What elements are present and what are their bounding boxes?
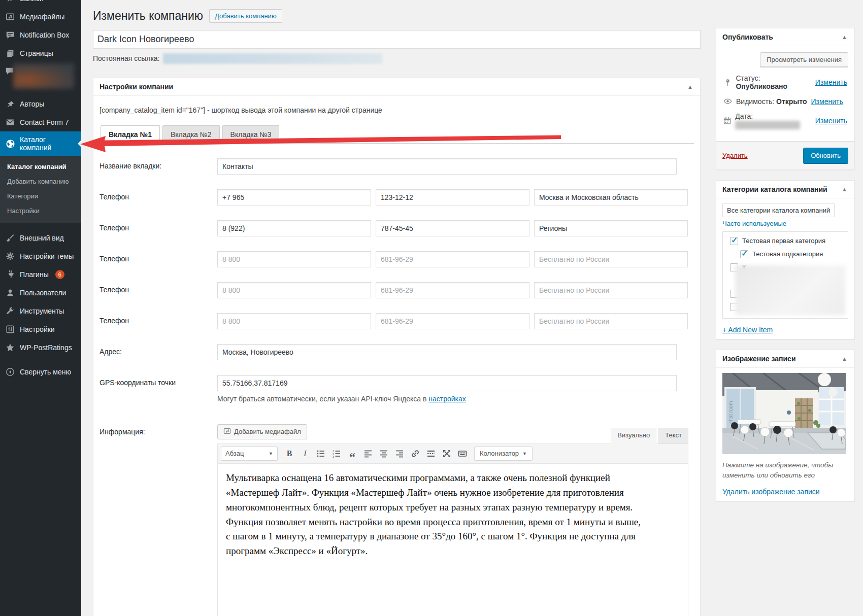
tab-3[interactable]: Вкладка №3 — [222, 125, 280, 143]
phone-desc-input[interactable] — [534, 313, 688, 329]
submenu-item-catalog[interactable]: Каталог компаний — [0, 159, 81, 174]
bullet-list-button[interactable] — [314, 447, 328, 460]
tab-2[interactable]: Вкладка №2 — [162, 125, 220, 143]
sidebar-item-notification-box[interactable]: Notification Box — [0, 26, 81, 44]
sidebar-item-label: Внешний вид — [20, 234, 64, 242]
sidebar-item-blurred[interactable] — [0, 63, 81, 90]
add-company-button[interactable]: Добавить компанию — [209, 9, 282, 23]
submenu-item-categories[interactable]: Категории — [0, 189, 81, 203]
gps-settings-link[interactable]: настройках — [428, 395, 466, 403]
edit-visibility-link[interactable]: Изменить — [811, 97, 843, 106]
text-editor-tab[interactable]: Текст — [658, 428, 688, 443]
sidebar-item-media[interactable]: Медиафайлы — [0, 8, 81, 26]
toolbar-toggle-button[interactable] — [455, 447, 470, 460]
italic-button[interactable]: I — [298, 447, 312, 460]
address-input[interactable] — [217, 344, 677, 360]
add-media-button[interactable]: Добавить медиафайл — [217, 424, 307, 439]
numbered-list-button[interactable]: 123 — [329, 447, 344, 460]
gear-icon — [5, 251, 15, 261]
frequent-categories-tab[interactable]: Часто используемые — [722, 220, 848, 227]
collapse-toggle-icon[interactable]: ▲ — [841, 34, 848, 40]
phone-code-input[interactable] — [217, 251, 371, 267]
edit-date-link[interactable]: Изменить — [815, 117, 847, 125]
tab-1[interactable]: Вкладка №1 — [101, 125, 160, 144]
sidebar-item-label: Contact Form 7 — [20, 118, 69, 126]
post-title-input[interactable] — [93, 30, 701, 49]
preview-changes-button[interactable]: Просмотреть изменения — [760, 52, 848, 67]
date-blurred-value — [735, 121, 800, 129]
fullscreen-button[interactable] — [440, 447, 454, 460]
phone-number-input[interactable] — [376, 282, 529, 298]
delete-link[interactable]: Удалить — [722, 152, 748, 159]
category-label: Тестовая первая категория — [742, 237, 825, 245]
phone-number-input[interactable] — [376, 313, 529, 329]
sidebar-item-company-catalog[interactable]: Каталог компаний — [0, 131, 81, 156]
phone-number-input[interactable] — [376, 220, 529, 236]
sidebar-item-users[interactable]: Пользователи — [0, 284, 81, 302]
permalink-label: Постоянная ссылка: — [93, 54, 160, 62]
phone-label: Телефон — [99, 282, 217, 298]
permalink-blurred-value[interactable] — [163, 53, 382, 64]
all-categories-tab[interactable]: Все категории каталога компаний — [722, 203, 835, 217]
align-center-button[interactable] — [377, 447, 391, 460]
sidebar-item-authors[interactable]: Авторы — [0, 95, 81, 113]
sidebar-item-contact-form-7[interactable]: Contact Form 7 — [0, 113, 81, 131]
collapse-menu-button[interactable]: Свернуть меню — [0, 363, 81, 381]
sidebar-item-appearance[interactable]: Внешний вид — [0, 229, 81, 247]
phone-desc-input[interactable] — [534, 251, 688, 267]
update-button[interactable]: Обновить — [803, 148, 848, 163]
brush-icon — [5, 233, 15, 243]
align-right-button[interactable] — [392, 447, 407, 460]
phone-number-input[interactable] — [376, 251, 529, 267]
collapse-toggle-icon[interactable]: ▲ — [686, 84, 694, 90]
gps-input[interactable] — [217, 375, 677, 391]
submenu-item-settings[interactable]: Настройки — [0, 203, 81, 218]
category-checkbox-checked[interactable] — [740, 250, 748, 258]
phone-code-input[interactable] — [217, 189, 371, 206]
pin-icon — [5, 99, 15, 109]
sidebar-item-pages[interactable]: Страницы — [0, 44, 81, 62]
sidebar-item-plugins[interactable]: Плагины 6 — [0, 265, 81, 284]
bold-button[interactable]: B — [282, 447, 296, 460]
collapse-toggle-icon[interactable]: ▲ — [841, 356, 848, 362]
sidebar-item-label: Авторы — [20, 100, 44, 108]
kolonizator-dropdown[interactable]: Колонизатор ▼ — [474, 447, 533, 461]
sidebar-item-settings[interactable]: Настройки — [0, 320, 81, 338]
phone-desc-input[interactable] — [534, 220, 688, 236]
chevron-down-icon: ▼ — [269, 451, 273, 456]
sidebar-item-theme-settings[interactable]: Настройки темы — [0, 247, 81, 265]
visual-editor-tab[interactable]: Визуально — [611, 428, 656, 444]
categories-blurred-overlay — [735, 265, 845, 315]
sidebar-item-posts[interactable]: Записи — [0, 0, 81, 8]
edit-status-link[interactable]: Изменить — [815, 78, 847, 86]
remove-featured-image-link[interactable]: Удалить изображение записи — [722, 488, 820, 496]
current-menu-arrow — [74, 140, 82, 148]
categories-box: Категории каталога компаний ▲ Все катего… — [716, 180, 855, 339]
align-left-button[interactable] — [361, 447, 375, 460]
sidebar-item-wp-postratings[interactable]: WP-PostRatings — [0, 338, 81, 357]
phone-code-input[interactable] — [217, 220, 371, 236]
sidebar-item-label: Настройки — [20, 325, 55, 333]
link-button[interactable] — [408, 447, 422, 460]
submenu-item-add-company[interactable]: Добавить компанию — [0, 174, 81, 189]
collapse-toggle-icon[interactable]: ▲ — [841, 186, 848, 192]
phone-code-input[interactable] — [217, 282, 371, 298]
publish-box-title: Опубликовать — [722, 33, 773, 41]
paragraph-format-dropdown[interactable]: Абзац ▼ — [221, 447, 278, 461]
admin-sidebar: Записи Медиафайлы Notification Box Стран… — [0, 0, 81, 616]
category-checkbox-checked[interactable] — [730, 237, 738, 245]
globe-icon — [5, 139, 15, 149]
read-more-button[interactable] — [424, 447, 438, 460]
featured-image-thumbnail[interactable]: chat room — [722, 373, 846, 454]
add-new-item-link[interactable]: + Add New Item — [722, 326, 773, 334]
phone-code-input[interactable] — [217, 313, 371, 329]
blockquote-button[interactable]: “ — [345, 447, 359, 460]
sidebar-item-tools[interactable]: Инструменты — [0, 302, 81, 320]
phone-desc-input[interactable] — [534, 189, 688, 206]
phone-number-input[interactable] — [376, 189, 529, 206]
editor-content-area[interactable]: Мультиварка оснащена 16 автоматическими … — [218, 464, 688, 616]
add-media-icon — [223, 427, 231, 436]
editor-toolbar: Абзац ▼ B I 123 “ — [218, 444, 688, 464]
phone-desc-input[interactable] — [534, 282, 688, 298]
tab-name-input[interactable] — [217, 158, 677, 175]
